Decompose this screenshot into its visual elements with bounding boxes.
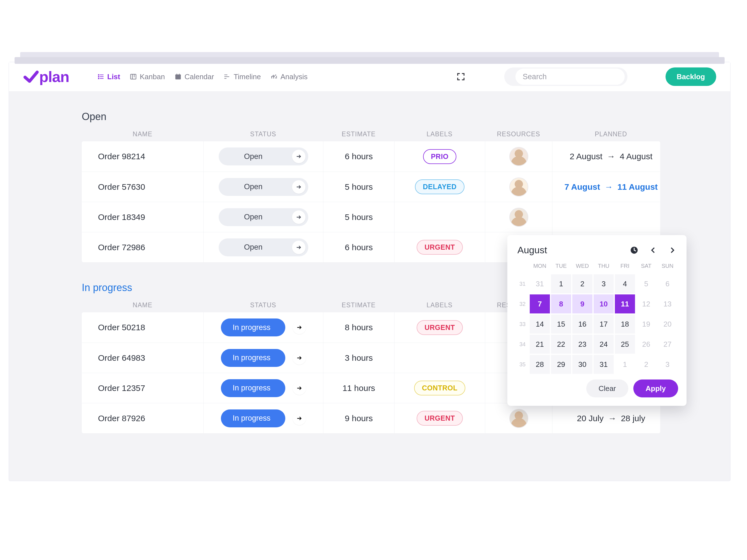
table-row[interactable]: Order 57630Open5 hoursDELAYED7 August→11… xyxy=(82,171,660,202)
calendar-day[interactable]: 3 xyxy=(593,274,614,294)
arrow-right-icon[interactable] xyxy=(292,351,306,365)
fullscreen-icon[interactable] xyxy=(457,73,465,81)
status-pill[interactable]: Open xyxy=(219,208,308,226)
calendar-day[interactable]: 14 xyxy=(529,314,550,334)
calendar-day[interactable]: 29 xyxy=(550,354,572,374)
table-row[interactable]: Order 18349Open5 hours xyxy=(82,202,660,232)
arrow-right-icon: → xyxy=(607,152,615,161)
arrow-right-icon[interactable] xyxy=(292,150,306,163)
calendar-day[interactable]: 7 xyxy=(529,294,550,314)
calendar-day[interactable]: 27 xyxy=(657,334,678,354)
logo-check-icon xyxy=(23,69,39,85)
arrow-right-icon[interactable] xyxy=(292,412,306,425)
backlog-button[interactable]: Backlog xyxy=(666,68,716,86)
calendar-day[interactable]: 11 xyxy=(614,294,636,314)
calendar-day[interactable]: 1 xyxy=(614,354,636,374)
calendar-day[interactable]: 4 xyxy=(614,274,636,294)
search-box[interactable] xyxy=(504,68,627,86)
estimate-value: 5 hours xyxy=(345,182,373,192)
tab-analysis[interactable]: Analysis xyxy=(271,73,308,81)
calendar-day[interactable]: 19 xyxy=(636,314,657,334)
arrow-right-icon[interactable] xyxy=(292,381,306,395)
apply-button[interactable]: Apply xyxy=(633,379,678,397)
calendar-day[interactable]: 9 xyxy=(572,294,593,314)
arrow-right-icon[interactable] xyxy=(292,180,306,194)
chevron-right-icon[interactable] xyxy=(668,246,676,255)
tab-calendar[interactable]: Calendar xyxy=(175,73,214,81)
avatar[interactable] xyxy=(509,147,528,166)
svg-rect-5 xyxy=(100,78,104,79)
status-pill[interactable]: In progress xyxy=(221,379,285,397)
planned-range[interactable]: 2 August→4 August xyxy=(570,152,653,161)
svg-rect-4 xyxy=(100,76,104,77)
svg-rect-9 xyxy=(176,74,177,75)
calendar-day[interactable]: 5 xyxy=(636,274,657,294)
clock-icon[interactable] xyxy=(630,246,638,255)
calendar-day[interactable]: 2 xyxy=(636,354,657,374)
calendar-day[interactable]: 3 xyxy=(657,354,678,374)
label-badge[interactable]: CONTROL xyxy=(414,381,465,395)
col-estimate: ESTIMATE xyxy=(323,130,394,138)
calendar-day[interactable]: 22 xyxy=(550,334,572,354)
logo: plan xyxy=(23,68,69,85)
kanban-icon xyxy=(130,73,137,80)
calendar-day[interactable]: 21 xyxy=(529,334,550,354)
chevron-left-icon[interactable] xyxy=(649,246,658,255)
label-badge[interactable]: URGENT xyxy=(417,240,463,255)
status-pill[interactable]: In progress xyxy=(221,409,285,427)
label-badge[interactable]: PRIO xyxy=(423,149,456,164)
status-pill[interactable]: Open xyxy=(219,148,308,165)
calendar-day[interactable]: 2 xyxy=(572,274,593,294)
planned-range[interactable]: 7 August→11 August xyxy=(564,182,658,192)
label-badge[interactable]: DELAYED xyxy=(415,179,464,194)
calendar-day[interactable]: 26 xyxy=(636,334,657,354)
status-pill[interactable]: In progress xyxy=(221,318,285,337)
calendar-day[interactable]: 20 xyxy=(657,314,678,334)
calendar-day[interactable]: 17 xyxy=(593,314,614,334)
tab-list[interactable]: List xyxy=(97,73,120,81)
calendar-day[interactable]: 31 xyxy=(529,274,550,294)
calendar-day[interactable]: 1 xyxy=(550,274,572,294)
status-pill[interactable]: Open xyxy=(219,238,308,256)
tab-timeline[interactable]: Timeline xyxy=(224,73,261,81)
table-row[interactable]: Order 98214Open6 hoursPRIO2 August→4 Aug… xyxy=(82,141,660,171)
svg-rect-10 xyxy=(179,74,179,75)
calendar-day[interactable]: 13 xyxy=(657,294,678,314)
calendar-day[interactable]: 10 xyxy=(593,294,614,314)
arrow-right-icon[interactable] xyxy=(292,241,306,254)
view-tabs: List Kanban Calendar Timeline xyxy=(97,73,308,81)
search-input[interactable] xyxy=(515,69,625,85)
arrow-right-icon[interactable] xyxy=(292,210,306,224)
dow-label: MON xyxy=(529,261,550,271)
calendar-day[interactable]: 6 xyxy=(657,274,678,294)
avatar[interactable] xyxy=(509,178,528,196)
calendar-day[interactable]: 24 xyxy=(593,334,614,354)
calendar-day[interactable]: 16 xyxy=(572,314,593,334)
calendar-day[interactable]: 25 xyxy=(614,334,636,354)
col-status: STATUS xyxy=(203,301,323,309)
status-pill[interactable]: In progress xyxy=(221,349,285,367)
status-pill[interactable]: Open xyxy=(219,178,308,196)
arrow-right-icon[interactable] xyxy=(292,321,306,334)
calendar-day[interactable]: 31 xyxy=(593,354,614,374)
col-resources: RESOURCES xyxy=(485,130,552,138)
estimate-value: 6 hours xyxy=(345,243,373,252)
calendar-day[interactable]: 23 xyxy=(572,334,593,354)
table-row[interactable]: Order 87926In progress9 hoursURGENT20 Ju… xyxy=(82,403,660,433)
label-badge[interactable]: URGENT xyxy=(417,411,463,426)
calendar-day[interactable]: 28 xyxy=(529,354,550,374)
calendar-day[interactable]: 8 xyxy=(550,294,572,314)
arrow-right-icon: → xyxy=(604,182,613,192)
calendar-day[interactable]: 18 xyxy=(614,314,636,334)
calendar-day[interactable]: 15 xyxy=(550,314,572,334)
avatar[interactable] xyxy=(509,208,528,227)
week-number: 31 xyxy=(516,274,529,294)
calendar-day[interactable]: 30 xyxy=(572,354,593,374)
label-badge[interactable]: URGENT xyxy=(417,320,463,335)
week-number: 32 xyxy=(516,294,529,314)
tab-kanban[interactable]: Kanban xyxy=(130,73,165,81)
planned-range[interactable]: 20 July→28 july xyxy=(577,414,645,423)
clear-button[interactable]: Clear xyxy=(586,379,628,397)
avatar[interactable] xyxy=(509,409,528,428)
calendar-day[interactable]: 12 xyxy=(636,294,657,314)
